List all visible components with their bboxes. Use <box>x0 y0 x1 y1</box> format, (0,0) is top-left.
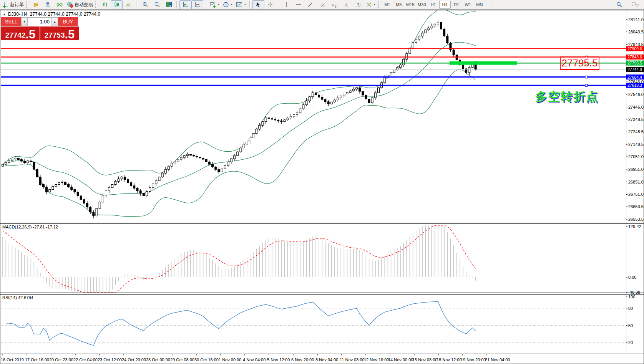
svg-text:22 Oct 04:00: 22 Oct 04:00 <box>73 357 98 362</box>
svg-text:100: 100 <box>628 295 635 299</box>
sell-price-frac: .5 <box>25 30 35 40</box>
chart-title: ▲ DJ30-,H4 27744.0 27744.0 27744.0 27744… <box>3 12 100 17</box>
svg-text:27744.0: 27744.0 <box>627 67 642 72</box>
svg-text:26951.0: 26951.0 <box>628 167 644 172</box>
svg-text:27348.5: 27348.5 <box>628 117 644 122</box>
svg-text:26553.5: 26553.5 <box>628 217 644 222</box>
svg-text:28141.0: 28141.0 <box>628 17 644 22</box>
trading-terminal: { "toolbar": { "new_order_label": "新订单",… <box>0 0 644 364</box>
svg-text:-40.38: -40.38 <box>628 290 640 295</box>
sell-price-main: 27742 <box>5 31 26 40</box>
svg-text:30 Oct 16:00: 30 Oct 16:00 <box>194 357 219 362</box>
macd-indicator-label: MACD(12,26,9) -27.81 -17.12 <box>2 225 58 229</box>
buy-quote-button[interactable]: 27753 .5 <box>40 26 79 40</box>
chart-title-symbol: DJ30-,H4 <box>8 12 28 17</box>
svg-text:27909.6: 27909.6 <box>627 46 642 51</box>
buy-price-main: 27753 <box>45 31 65 40</box>
svg-text:16 Oct 2019: 16 Oct 2019 <box>1 357 24 362</box>
svg-text:0.00: 0.00 <box>628 275 636 280</box>
svg-text:27843.6: 27843.6 <box>627 55 642 59</box>
svg-text:28043.5: 28043.5 <box>628 30 644 34</box>
svg-text:80: 80 <box>628 306 633 311</box>
svg-text:129.42: 129.42 <box>628 224 641 229</box>
one-click-trade-panel: SELL ▼ 1.00 ▲ BUY 27742 .5 27753 .5 <box>1 17 79 40</box>
svg-text:6 Nov 20:00: 6 Nov 20:00 <box>291 357 314 362</box>
svg-text:27248.5: 27248.5 <box>628 129 644 134</box>
svg-text:26653.5: 26653.5 <box>628 204 644 209</box>
volume-input[interactable]: 1.00 <box>28 17 51 26</box>
svg-text:4 Nov 04:00: 4 Nov 04:00 <box>243 357 266 362</box>
svg-text:12 Nov 16:00: 12 Nov 16:00 <box>364 357 389 362</box>
buy-price-frac: .5 <box>65 30 75 40</box>
svg-text:11 Nov 08:00: 11 Nov 08:00 <box>340 357 365 362</box>
svg-text:27618.3: 27618.3 <box>627 83 642 88</box>
svg-text:27684.4: 27684.4 <box>627 75 642 79</box>
volume-up-button[interactable]: ▲ <box>51 17 58 26</box>
svg-text:27051.0: 27051.0 <box>628 154 644 159</box>
svg-text:1 Nov 00:00: 1 Nov 00:00 <box>219 357 241 362</box>
chart-title-ohlc: 27744.0 27744.0 27744.0 27744.0 <box>30 12 101 17</box>
svg-text:18 Nov 12:00: 18 Nov 12:00 <box>437 357 461 362</box>
svg-text:8 Nov 04:00: 8 Nov 04:00 <box>315 357 338 362</box>
svg-text:24 Oct 20:00: 24 Oct 20:00 <box>122 357 146 362</box>
sell-button[interactable]: SELL <box>1 17 21 26</box>
svg-text:26751.0: 26751.0 <box>628 192 644 197</box>
spin-down-icon: ▼ <box>23 20 26 23</box>
svg-text:26851.0: 26851.0 <box>628 180 644 184</box>
svg-text:50: 50 <box>628 323 633 328</box>
turning-point-note[interactable]: 多空转折点 <box>535 89 599 105</box>
svg-text:19 Nov 20:00: 19 Nov 20:00 <box>461 357 486 362</box>
title-marker-icon: ▲ <box>3 13 6 16</box>
svg-text:23 Oct 12:00: 23 Oct 12:00 <box>98 357 122 362</box>
spin-up-icon: ▲ <box>53 20 56 23</box>
svg-text:14 Nov 00:00: 14 Nov 00:00 <box>388 357 413 362</box>
sell-quote-button[interactable]: 27742 .5 <box>1 26 40 40</box>
rsi-indicator-label: RSI(14) 42.6794 <box>2 295 33 300</box>
svg-text:27546.0: 27546.0 <box>628 92 644 97</box>
svg-text:17 Oct 16:00: 17 Oct 16:00 <box>25 357 49 362</box>
svg-text:20: 20 <box>628 340 633 345</box>
svg-text:29 Oct 08:00: 29 Oct 08:00 <box>170 357 194 362</box>
chart-canvas[interactable]: 28141.028043.527943.527646.027546.027446… <box>0 0 644 364</box>
svg-text:5 Nov 12:00: 5 Nov 12:00 <box>267 357 290 362</box>
buy-button[interactable]: BUY <box>58 17 78 26</box>
svg-text:28 Oct 00:00: 28 Oct 00:00 <box>146 357 170 362</box>
svg-text:21 Nov 04:00: 21 Nov 04:00 <box>485 357 510 362</box>
svg-text:20 Oct 23:00: 20 Oct 23:00 <box>49 357 73 362</box>
svg-text:27148.5: 27148.5 <box>628 142 644 147</box>
price-callout-box[interactable]: 27795.5 <box>560 56 599 70</box>
svg-text:15 Nov 08:00: 15 Nov 08:00 <box>412 357 437 362</box>
svg-text:27446.0: 27446.0 <box>628 105 644 109</box>
volume-down-button[interactable]: ▼ <box>21 17 28 26</box>
svg-text:27795.5: 27795.5 <box>627 61 642 65</box>
